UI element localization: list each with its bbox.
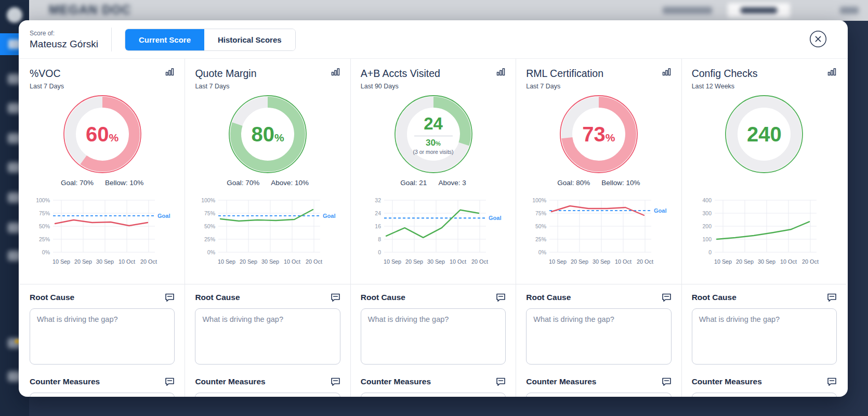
svg-text:25%: 25% [39, 236, 50, 242]
counter-measures-input[interactable] [195, 393, 340, 397]
comment-icon[interactable] [827, 377, 837, 386]
card-title: Config Checks [692, 68, 758, 80]
close-icon [809, 30, 827, 48]
comment-icon[interactable] [662, 377, 672, 386]
svg-text:20 Oct: 20 Oct [471, 258, 488, 265]
goal-label: Goal: 80% [557, 179, 590, 188]
secondary-goal-label: Above: 3 [438, 179, 466, 188]
svg-text:400: 400 [703, 197, 712, 203]
svg-text:10 Oct: 10 Oct [780, 258, 797, 265]
donut-sub-value: 30%(3 or more visits) [413, 134, 453, 155]
svg-text:50%: 50% [39, 223, 50, 229]
card-subtitle: Last 12 Weeks [692, 83, 837, 90]
svg-text:30 Sep: 30 Sep [261, 258, 279, 265]
svg-text:20 Sep: 20 Sep [405, 258, 423, 265]
svg-text:100: 100 [703, 236, 712, 242]
root-cause-heading: Root Cause [30, 293, 74, 302]
header-blurred-text [840, 7, 859, 14]
donut-chart: 2430%(3 or more visits) [394, 95, 473, 174]
svg-text:10 Sep: 10 Sep [218, 258, 235, 265]
trend-chart: 0%25%50%75%100%10 Sep20 Sep30 Sep10 Oct2… [526, 194, 671, 276]
svg-text:25%: 25% [535, 236, 546, 242]
counter-measures-heading: Counter Measures [30, 377, 100, 386]
secondary-goal-label: Bellow: 10% [601, 179, 640, 188]
svg-text:0%: 0% [207, 249, 215, 255]
bar-chart-icon[interactable] [827, 68, 837, 76]
svg-text:0: 0 [708, 249, 712, 255]
person-name: Mateusz Górski [30, 38, 98, 50]
svg-text:20 Oct: 20 Oct [140, 258, 157, 265]
close-button[interactable] [809, 30, 827, 49]
section-divider [351, 284, 516, 284]
card-title: RML Certification [526, 68, 603, 80]
bar-chart-icon[interactable] [662, 68, 672, 76]
svg-text:Goal: Goal [323, 213, 335, 219]
comment-icon[interactable] [165, 293, 175, 302]
root-cause-input[interactable] [692, 308, 837, 365]
app-header: MEGAN DOC [29, 0, 868, 21]
svg-text:8: 8 [378, 236, 381, 242]
svg-text:10 Oct: 10 Oct [284, 258, 300, 265]
comment-icon[interactable] [331, 293, 340, 302]
donut-value: 240 [725, 95, 804, 174]
donut-chart: 240 [725, 95, 804, 174]
bar-chart-icon[interactable] [165, 68, 175, 76]
card-title: Quote Margin [195, 68, 256, 80]
svg-text:10 Oct: 10 Oct [615, 258, 632, 265]
donut-chart: 73% [559, 95, 638, 174]
comment-icon[interactable] [827, 293, 837, 302]
svg-text:100%: 100% [36, 197, 50, 203]
bar-chart-icon[interactable] [496, 68, 506, 76]
tab-historical-scores[interactable]: Historical Scores [204, 29, 295, 50]
comment-icon[interactable] [331, 377, 340, 386]
svg-text:75%: 75% [204, 210, 215, 216]
comment-icon[interactable] [496, 293, 506, 302]
trend-chart: 010020030040010 Sep20 Sep30 Sep10 Oct20 … [692, 194, 837, 276]
svg-text:300: 300 [703, 210, 712, 216]
card-subtitle: Last 7 Days [30, 83, 175, 90]
header-divider [111, 28, 112, 51]
svg-text:30 Sep: 30 Sep [427, 258, 444, 265]
svg-text:16: 16 [375, 223, 381, 229]
goal-labels: Goal: 70%Bellow: 10% [30, 179, 175, 188]
goal-label: Goal: 21 [400, 179, 427, 188]
donut-chart: 60% [63, 95, 142, 174]
section-divider [20, 284, 185, 284]
card-subtitle: Last 7 Days [195, 83, 340, 90]
goal-label: Goal: 70% [227, 179, 259, 188]
app-logo: MEGAN DOC [49, 3, 131, 17]
svg-text:30 Sep: 30 Sep [96, 258, 114, 265]
svg-text:Goal: Goal [489, 215, 501, 221]
comment-icon[interactable] [496, 377, 506, 386]
donut-value: 73% [559, 95, 638, 174]
metric-card: Config ChecksLast 12 Weeks24001002003004… [682, 59, 847, 397]
goal-labels: Goal: 21Above: 3 [361, 179, 506, 188]
donut-value: 60% [63, 95, 142, 174]
goal-label: Goal: 70% [61, 179, 94, 188]
metric-cards-row: %VOCLast 7 Days60%Goal: 70%Bellow: 10%0%… [19, 59, 848, 397]
counter-measures-input[interactable] [692, 393, 837, 397]
svg-text:Goal: Goal [157, 213, 170, 219]
metric-card: A+B Accts VisitedLast 90 Days2430%(3 or … [351, 59, 516, 397]
root-cause-input[interactable] [30, 308, 175, 365]
svg-text:20 Oct: 20 Oct [306, 258, 322, 265]
metric-card: Quote MarginLast 7 Days80%Goal: 70%Above… [185, 59, 350, 397]
counter-measures-input[interactable] [526, 393, 671, 397]
bar-chart-icon[interactable] [331, 68, 340, 76]
comment-icon[interactable] [662, 293, 672, 302]
svg-text:20 Oct: 20 Oct [637, 258, 653, 265]
svg-text:75%: 75% [39, 210, 50, 216]
svg-text:10 Sep: 10 Sep [714, 258, 732, 265]
svg-text:0: 0 [378, 249, 381, 255]
counter-measures-input[interactable] [361, 393, 506, 397]
counter-measures-input[interactable] [30, 393, 175, 397]
donut-chart: 80% [228, 95, 307, 174]
root-cause-input[interactable] [361, 308, 506, 365]
comment-icon[interactable] [165, 377, 175, 386]
root-cause-input[interactable] [526, 308, 671, 365]
root-cause-input[interactable] [195, 308, 340, 365]
svg-text:Goal: Goal [654, 207, 666, 214]
tab-current-score[interactable]: Current Score [125, 29, 204, 50]
svg-text:20 Sep: 20 Sep [571, 258, 588, 265]
section-divider [185, 284, 350, 284]
